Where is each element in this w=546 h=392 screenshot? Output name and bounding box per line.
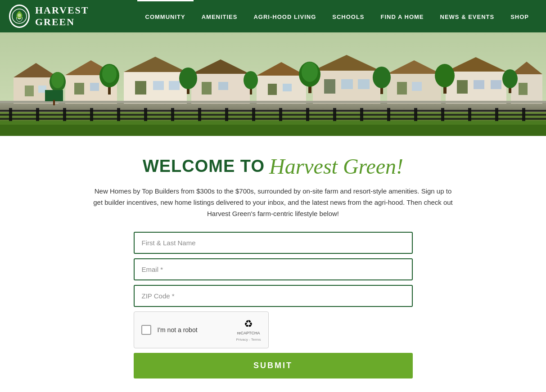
svg-rect-35 (90, 83, 99, 91)
nav-item-shop[interactable]: Shop (502, 0, 537, 32)
svg-rect-48 (283, 84, 292, 91)
svg-rect-17 (252, 108, 255, 122)
name-input[interactable] (134, 232, 413, 254)
svg-rect-12 (117, 108, 120, 122)
captcha-label: I'm not a robot (158, 326, 198, 333)
captcha-footer: Privacy - Terms (236, 338, 261, 342)
svg-rect-9 (36, 108, 39, 122)
svg-rect-40 (169, 81, 180, 90)
welcome-script: Harvest Green! (269, 154, 403, 179)
svg-rect-30 (25, 86, 34, 96)
svg-rect-51 (324, 79, 335, 94)
nav-item-schools[interactable]: Schools (324, 0, 372, 32)
logo-icon (9, 5, 30, 28)
captcha-brand: reCAPTCHA (237, 331, 260, 336)
svg-rect-43 (202, 82, 212, 95)
nav-item-amenities[interactable]: Amenities (194, 0, 246, 32)
svg-point-82 (435, 64, 455, 87)
svg-rect-10 (63, 108, 66, 122)
svg-rect-52 (341, 79, 353, 89)
svg-rect-44 (218, 82, 228, 90)
svg-rect-65 (519, 83, 528, 95)
svg-rect-22 (387, 108, 390, 122)
svg-rect-61 (474, 80, 484, 89)
svg-rect-5 (0, 110, 546, 112)
svg-rect-20 (333, 108, 336, 122)
welcome-prefix: Welcome to (143, 157, 265, 176)
svg-point-73 (179, 68, 197, 89)
logo[interactable]: Harvest Green (9, 5, 119, 28)
svg-point-80 (373, 67, 391, 88)
svg-rect-18 (279, 108, 282, 122)
svg-rect-56 (397, 82, 407, 95)
svg-point-78 (302, 62, 318, 82)
nav-item-news[interactable]: News & Events (432, 0, 503, 32)
signup-form: I'm not a robot ♻ reCAPTCHA Privacy - Te… (134, 232, 413, 378)
logo-text: Harvest Green (35, 5, 119, 28)
svg-rect-16 (225, 108, 228, 122)
svg-rect-19 (306, 108, 309, 122)
svg-rect-62 (491, 80, 501, 89)
nav-item-find-home[interactable]: Find a Home (373, 0, 432, 32)
nav-item-agri-hood[interactable]: Agri-Hood Living (245, 0, 324, 32)
svg-rect-6 (0, 114, 546, 116)
svg-rect-87 (0, 125, 546, 136)
captcha-logo: ♻ reCAPTCHA Privacy - Terms (236, 318, 261, 342)
submit-button[interactable]: Submit (134, 353, 413, 378)
svg-rect-7 (0, 118, 546, 120)
svg-rect-15 (198, 108, 201, 122)
svg-rect-11 (90, 108, 93, 122)
svg-rect-13 (144, 108, 147, 122)
recaptcha-icon: ♻ (244, 318, 253, 330)
svg-point-84 (502, 69, 518, 88)
svg-rect-38 (135, 81, 146, 95)
svg-rect-45 (257, 76, 306, 104)
svg-rect-85 (0, 101, 546, 103)
svg-rect-14 (171, 108, 174, 122)
svg-point-68 (51, 72, 64, 88)
svg-rect-21 (360, 108, 363, 122)
svg-rect-88 (45, 90, 63, 101)
nav-item-community[interactable]: Community (137, 0, 194, 32)
svg-rect-23 (414, 108, 417, 122)
main-nav: Community Amenities Agri-Hood Living Sch… (137, 0, 537, 32)
site-header: Harvest Green Community Amenities Agri-H… (0, 0, 546, 32)
zip-input[interactable] (134, 285, 413, 307)
svg-rect-89 (53, 100, 55, 105)
svg-rect-53 (358, 79, 370, 89)
welcome-description: New Homes by Top Builders from $300s to … (93, 186, 453, 219)
svg-rect-57 (412, 82, 422, 91)
captcha-checkbox[interactable] (141, 325, 151, 335)
email-input[interactable] (134, 258, 413, 280)
hero-image (0, 32, 546, 136)
captcha-widget[interactable]: I'm not a robot ♻ reCAPTCHA Privacy - Te… (134, 311, 269, 348)
svg-rect-27 (522, 108, 525, 122)
svg-rect-8 (9, 108, 12, 122)
svg-rect-26 (495, 108, 498, 122)
svg-rect-60 (457, 80, 468, 94)
svg-rect-34 (74, 83, 84, 95)
svg-point-1 (18, 14, 21, 17)
svg-point-75 (244, 71, 258, 89)
main-content: Welcome to Harvest Green! New Homes by T… (0, 136, 546, 392)
svg-point-71 (102, 65, 117, 83)
svg-rect-39 (153, 81, 164, 90)
svg-rect-25 (468, 108, 471, 122)
svg-rect-47 (268, 84, 277, 95)
svg-rect-24 (441, 108, 444, 122)
welcome-title: Welcome to Harvest Green! (9, 154, 537, 179)
